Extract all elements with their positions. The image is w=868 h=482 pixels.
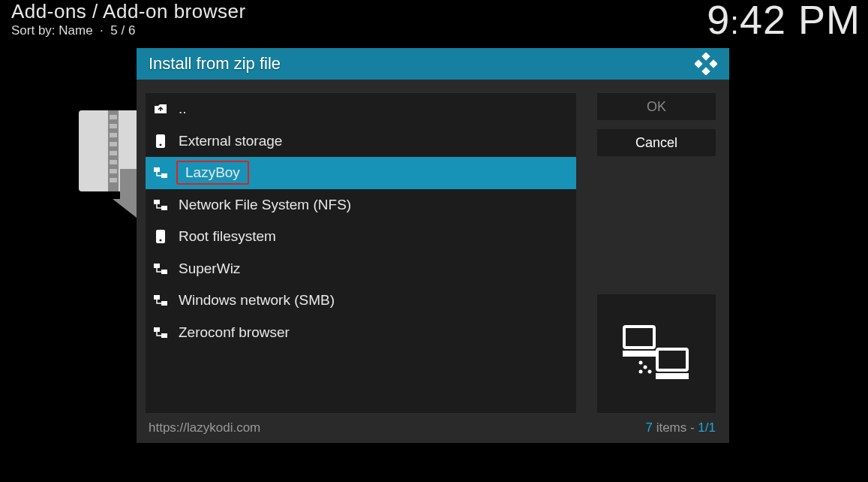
svg-point-34: [648, 370, 652, 374]
network-source-icon: [153, 264, 168, 274]
footer-url: https://lazykodi.com: [149, 420, 260, 435]
file-row-nfs[interactable]: Network File System (NFS): [146, 189, 576, 221]
file-row-lazyboy[interactable]: LazyBoy: [146, 157, 576, 189]
svg-rect-19: [161, 206, 167, 210]
dialog-header: Install from zip file: [137, 48, 729, 80]
dialog-side-panel: OK Cancel: [597, 93, 716, 413]
file-label: SuperWiz: [179, 261, 240, 277]
ok-button[interactable]: OK: [597, 93, 716, 120]
svg-rect-24: [154, 295, 160, 300]
svg-rect-12: [701, 67, 710, 75]
svg-rect-23: [161, 270, 167, 274]
svg-rect-25: [161, 301, 167, 306]
clock: 9:42 PM: [707, 0, 860, 43]
svg-rect-31: [656, 373, 689, 379]
network-source-icon: [153, 200, 168, 210]
svg-rect-3: [110, 124, 117, 128]
svg-rect-11: [695, 59, 703, 68]
file-label: Root filesystem: [179, 228, 276, 245]
sort-line: Sort by: Name · 5 / 6: [11, 23, 246, 38]
svg-rect-13: [709, 59, 717, 68]
svg-point-15: [160, 143, 162, 146]
sort-label: Sort by: Name: [11, 23, 93, 38]
breadcrumb: Add-ons / Add-on browser: [11, 0, 246, 23]
install-zip-dialog: Install from zip file .. Extern: [137, 48, 729, 443]
sort-index: 5 / 6: [110, 23, 135, 38]
svg-rect-9: [110, 178, 117, 182]
kodi-logo-icon: [695, 53, 717, 75]
svg-rect-8: [110, 169, 117, 173]
dialog-title: Install from zip file: [149, 54, 281, 74]
svg-rect-5: [110, 142, 117, 146]
file-label: External storage: [179, 133, 282, 149]
file-row-superwiz[interactable]: SuperWiz: [146, 253, 576, 285]
svg-rect-17: [161, 173, 167, 178]
network-source-icon: [153, 295, 168, 306]
page-header: Add-ons / Add-on browser Sort by: Name ·…: [11, 0, 246, 38]
svg-rect-2: [110, 115, 117, 119]
svg-rect-30: [657, 349, 687, 370]
svg-rect-16: [154, 167, 160, 172]
svg-rect-27: [161, 333, 167, 338]
file-row-external[interactable]: External storage: [146, 125, 576, 158]
svg-rect-28: [624, 327, 654, 348]
svg-point-35: [639, 370, 643, 374]
folder-up-icon: [153, 104, 168, 114]
file-row-zeroconf[interactable]: Zeroconf browser: [146, 317, 576, 349]
dialog-footer: https://lazykodi.com 7 items - 1/1: [137, 413, 729, 443]
svg-rect-18: [154, 200, 160, 204]
file-row-parent[interactable]: ..: [146, 93, 576, 125]
file-row-smb[interactable]: Windows network (SMB): [146, 285, 576, 317]
storage-icon: [153, 134, 168, 148]
network-source-icon: [153, 327, 168, 338]
file-label: Windows network (SMB): [179, 292, 335, 309]
file-label: ..: [179, 101, 187, 117]
file-list: .. External storage LazyBoy: [146, 93, 576, 413]
svg-point-21: [160, 239, 162, 242]
svg-rect-29: [623, 351, 656, 357]
svg-point-32: [639, 361, 643, 365]
svg-rect-4: [110, 133, 117, 137]
svg-rect-26: [154, 327, 160, 332]
svg-rect-6: [110, 151, 117, 155]
network-source-icon: [153, 167, 168, 178]
svg-point-33: [644, 366, 647, 369]
source-thumbnail: [597, 294, 716, 413]
footer-count: 7 items - 1/1: [645, 420, 716, 435]
svg-rect-22: [154, 264, 160, 268]
svg-rect-10: [701, 53, 710, 61]
file-label: Network File System (NFS): [179, 197, 351, 213]
highlight-box: LazyBoy: [176, 161, 249, 185]
svg-rect-7: [110, 160, 117, 164]
cancel-button[interactable]: Cancel: [597, 129, 716, 156]
file-label: LazyBoy: [185, 164, 240, 180]
storage-icon: [153, 230, 168, 243]
file-row-root[interactable]: Root filesystem: [146, 221, 576, 253]
file-label: Zeroconf browser: [179, 324, 290, 341]
